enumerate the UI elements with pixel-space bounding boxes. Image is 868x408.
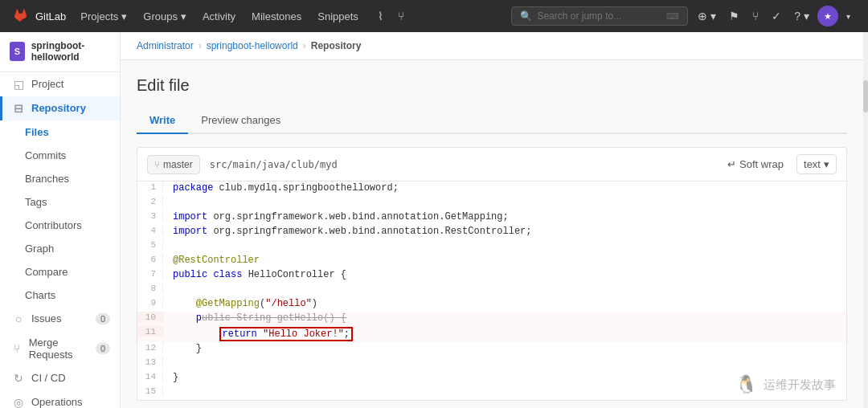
sidebar-item-compare-label: Compare <box>25 266 68 278</box>
sidebar-item-graph-label: Graph <box>25 243 54 255</box>
ci-cd-icon: ↻ <box>12 372 25 385</box>
code-line-7: 7 public class HelloController { <box>137 268 846 283</box>
scrollbar-thumb[interactable] <box>863 80 868 112</box>
project-icon: ◱ <box>12 78 25 91</box>
nav-groups[interactable]: Groups ▾ <box>135 0 194 32</box>
sidebar-item-compare[interactable]: Compare <box>0 260 120 284</box>
right-scrollbar[interactable] <box>863 32 868 408</box>
navbar-brand-label: GitLab <box>35 10 66 22</box>
sidebar-project[interactable]: S springboot-helloworld <box>0 32 120 72</box>
code-line-12: 12 } <box>137 342 846 357</box>
create-icon[interactable]: ⊕ ▾ <box>693 5 721 27</box>
graph-icon: ⌇ <box>373 5 388 27</box>
soft-wrap-button[interactable]: ↵ Soft wrap <box>721 155 790 173</box>
nav-activity[interactable]: Activity <box>194 0 244 32</box>
issues-badge: 0 <box>96 313 110 324</box>
code-line-15: 15 <box>137 386 846 400</box>
sidebar-item-operations-label: Operations <box>31 396 83 408</box>
code-line-8: 8 <box>137 283 846 297</box>
keyboard-shortcut: ⌨ <box>666 11 679 22</box>
sidebar-item-contributors[interactable]: Contributors <box>0 214 120 237</box>
nav-milestones[interactable]: Milestones <box>244 0 309 32</box>
global-search-box[interactable]: 🔍 ⌨ <box>511 6 688 26</box>
breadcrumb-project[interactable]: springboot-helloworld <box>207 40 298 51</box>
sidebar-item-ci-cd[interactable]: ↻ CI / CD <box>0 366 120 390</box>
code-editor[interactable]: 1 package club.mydlq.springboothelloword… <box>137 182 847 401</box>
todo-icon[interactable]: ✓ <box>767 5 786 27</box>
operations-icon: ◎ <box>12 396 25 408</box>
code-line-10: 10 public String getHello() { <box>137 312 846 326</box>
nav-snippets[interactable]: Snippets <box>309 0 366 32</box>
sidebar-item-graph[interactable]: Graph <box>0 237 120 260</box>
main-content: Administrator › springboot-helloworld › … <box>121 32 863 408</box>
sidebar-item-ci-cd-label: CI / CD <box>31 372 66 384</box>
nav-activity-label: Activity <box>203 10 235 22</box>
sidebar-item-commits[interactable]: Commits <box>0 144 120 167</box>
nav-milestones-label: Milestones <box>252 10 301 22</box>
text-type-dropdown[interactable]: text ▾ <box>796 154 837 174</box>
sidebar-item-commits-label: Commits <box>25 149 66 161</box>
code-line-2: 2 <box>137 196 846 210</box>
git-icon: ⑂ <box>393 5 409 27</box>
chevron-down-icon: ▾ <box>121 10 127 22</box>
search-icon: 🔍 <box>520 10 532 22</box>
nav-groups-label: Groups <box>143 10 178 22</box>
branch-label: master <box>163 159 193 170</box>
sidebar-item-operations[interactable]: ◎ Operations <box>0 390 120 408</box>
soft-wrap-label: Soft wrap <box>739 158 784 170</box>
help-icon[interactable]: ? ▾ <box>789 5 814 27</box>
sidebar-item-tags-label: Tags <box>25 196 47 208</box>
code-line-5: 5 <box>137 239 846 254</box>
sidebar-item-branches[interactable]: Branches <box>0 167 120 190</box>
app-body: S springboot-helloworld ◱ Project ⊟ Repo… <box>0 32 868 408</box>
sidebar-item-repository[interactable]: ⊟ Repository <box>0 96 120 120</box>
breadcrumb-sep-1: › <box>199 40 202 51</box>
sidebar-item-issues[interactable]: ○ Issues 0 <box>0 307 120 331</box>
project-avatar: S <box>10 42 25 61</box>
page-title: Edit file <box>137 76 847 95</box>
branch-selector[interactable]: ⑂ master <box>147 155 200 174</box>
user-avatar[interactable]: ★ <box>817 6 838 27</box>
sidebar-item-branches-label: Branches <box>25 173 69 185</box>
sidebar-item-merge-requests[interactable]: ⑂ Merge Requests 0 <box>0 331 120 366</box>
breadcrumb-current: Repository <box>311 40 362 51</box>
gitlab-logo-icon <box>14 8 31 24</box>
sidebar-item-files[interactable]: Files <box>0 120 120 144</box>
search-input[interactable] <box>537 10 661 22</box>
issues-icon: ○ <box>12 312 25 325</box>
text-type-label: text <box>804 158 821 170</box>
sidebar-item-tags[interactable]: Tags <box>0 190 120 214</box>
avatar-chevron-icon[interactable]: ▾ <box>841 7 855 26</box>
breadcrumb: Administrator › springboot-helloworld › … <box>121 32 863 60</box>
sidebar-item-issues-label: Issues <box>31 312 62 324</box>
wrap-icon: ↵ <box>727 158 736 170</box>
repository-icon: ⊟ <box>12 102 25 115</box>
code-line-14: 14 } <box>137 371 846 386</box>
file-path: src/main/java/club/myd <box>210 159 338 170</box>
sidebar-item-merge-requests-label: Merge Requests <box>29 337 89 361</box>
sidebar-item-charts-label: Charts <box>25 289 55 301</box>
breadcrumb-admin[interactable]: Administrator <box>137 40 194 51</box>
navbar-brand[interactable]: GitLab <box>8 8 72 24</box>
project-name: springboot-helloworld <box>31 40 110 63</box>
code-line-3: 3 import org.springframework.web.bind.an… <box>137 210 846 225</box>
editor-toolbar-right: ↵ Soft wrap text ▾ <box>721 154 837 174</box>
sidebar-item-project-label: Project <box>31 78 63 90</box>
sidebar-item-project[interactable]: ◱ Project <box>0 72 120 96</box>
tab-write[interactable]: Write <box>137 108 188 134</box>
issues-icon[interactable]: ⚑ <box>724 5 744 27</box>
nav-snippets-label: Snippets <box>317 10 358 22</box>
merge-requests-icon: ⑂ <box>12 342 23 355</box>
editor-toolbar: ⑂ master src/main/java/club/myd ↵ Soft w… <box>137 147 847 182</box>
tab-preview-changes[interactable]: Preview changes <box>188 108 293 134</box>
merge-requests-icon[interactable]: ⑂ <box>747 5 764 27</box>
breadcrumb-sep-2: › <box>303 40 306 51</box>
branch-icon: ⑂ <box>154 159 160 170</box>
code-line-4: 4 import org.springframework.web.bind.an… <box>137 225 846 239</box>
chevron-down-icon: ▾ <box>824 158 829 170</box>
sidebar-item-charts[interactable]: Charts <box>0 284 120 307</box>
navbar-actions: ⊕ ▾ ⚑ ⑂ ✓ ? ▾ ★ ▾ <box>688 5 860 27</box>
code-line-1: 1 package club.mydlq.springboothelloword… <box>137 182 846 196</box>
nav-projects[interactable]: Projects ▾ <box>72 0 135 32</box>
sidebar-item-files-label: Files <box>25 126 49 138</box>
